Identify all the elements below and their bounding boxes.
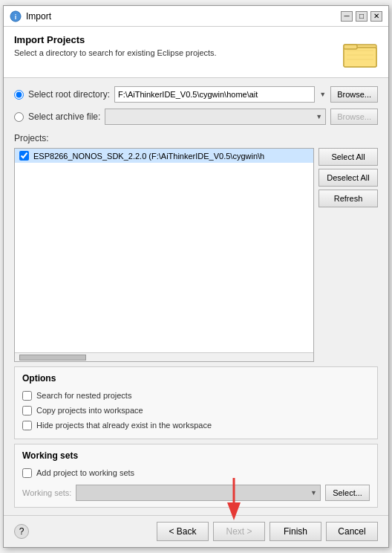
- horizontal-scrollbar[interactable]: [15, 352, 313, 361]
- select-working-sets-button[interactable]: Select...: [325, 485, 370, 501]
- svg-text:i: i: [15, 13, 17, 21]
- side-buttons: Select All Deselect All Refresh: [318, 148, 378, 362]
- copy-projects-row: Copy projects into workspace: [22, 403, 370, 418]
- projects-label: Projects:: [14, 133, 378, 143]
- copy-projects-label: Copy projects into workspace: [36, 406, 143, 415]
- archive-chevron-icon: ▼: [316, 113, 322, 120]
- scrollbar-thumb[interactable]: [19, 355, 86, 360]
- header-subtitle: Select a directory to search for existin…: [14, 48, 336, 57]
- archive-file-label: Select archive file:: [28, 111, 100, 122]
- close-button[interactable]: ✕: [370, 11, 382, 22]
- projects-area: ESP8266_NONOS_SDK_2.2.0 (F:\AiThinkerIDE…: [14, 148, 378, 362]
- root-directory-radio[interactable]: [14, 90, 24, 100]
- header-text: Import Projects Select a directory to se…: [14, 34, 336, 57]
- add-working-sets-label: Add project to working sets: [36, 468, 134, 477]
- footer: ? < Back Next > Finish Cancel: [4, 515, 388, 547]
- add-working-sets-checkbox[interactable]: [22, 468, 32, 478]
- window-controls: ─ □ ✕: [341, 11, 382, 22]
- hide-existing-checkbox[interactable]: [22, 421, 32, 430]
- archive-file-radio[interactable]: [14, 112, 24, 122]
- archive-file-row: Select archive file: ▼ Browse...: [14, 108, 378, 126]
- hide-existing-row: Hide projects that already exist in the …: [22, 418, 370, 433]
- project-item-text: ESP8266_NONOS_SDK_2.2.0 (F:\AiThinkerIDE…: [33, 152, 264, 161]
- dropdown-arrow-icon: ▼: [319, 91, 326, 98]
- root-directory-input[interactable]: [114, 86, 315, 103]
- svg-rect-4: [344, 45, 357, 49]
- help-button[interactable]: ?: [14, 524, 29, 539]
- options-section: Options Search for nested projects Copy …: [14, 366, 378, 439]
- select-all-button[interactable]: Select All: [318, 148, 378, 166]
- working-sets-title: Working sets: [22, 450, 370, 461]
- root-browse-button[interactable]: Browse...: [330, 86, 378, 103]
- main-body: Select root directory: ▼ Browse... Selec…: [4, 78, 388, 515]
- app-icon: i: [10, 10, 22, 22]
- working-sets-section: Working sets Add project to working sets…: [14, 444, 378, 508]
- search-nested-row: Search for nested projects: [22, 388, 370, 403]
- finish-button[interactable]: Finish: [270, 522, 321, 541]
- deselect-all-button[interactable]: Deselect All: [318, 169, 378, 187]
- title-bar: i Import ─ □ ✕: [4, 6, 388, 27]
- back-button[interactable]: < Back: [157, 522, 209, 541]
- import-dialog: i Import ─ □ ✕ Import Projects Select a …: [3, 5, 389, 548]
- next-button[interactable]: Next >: [213, 522, 265, 541]
- archive-browse-button[interactable]: Browse...: [330, 109, 378, 125]
- refresh-button[interactable]: Refresh: [318, 190, 378, 207]
- working-sets-label: Working sets:: [22, 488, 71, 497]
- minimize-button[interactable]: ─: [341, 11, 353, 22]
- working-sets-dropdown[interactable]: ▼: [76, 485, 321, 501]
- window-title: Import: [26, 11, 341, 22]
- header-section: Import Projects Select a directory to se…: [4, 27, 388, 78]
- search-nested-checkbox[interactable]: [22, 391, 32, 401]
- project-checkbox[interactable]: [19, 151, 29, 161]
- bottom-area: ? < Back Next > Finish Cancel: [4, 515, 388, 547]
- working-sets-input-row: Working sets: ▼ Select...: [22, 485, 370, 501]
- header-title: Import Projects: [14, 34, 336, 45]
- projects-list[interactable]: ESP8266_NONOS_SDK_2.2.0 (F:\AiThinkerIDE…: [15, 149, 313, 352]
- projects-list-wrapper: ESP8266_NONOS_SDK_2.2.0 (F:\AiThinkerIDE…: [14, 148, 314, 362]
- hide-existing-label: Hide projects that already exist in the …: [36, 421, 212, 430]
- cancel-button[interactable]: Cancel: [326, 522, 378, 541]
- folder-icon: [342, 34, 378, 70]
- options-title: Options: [22, 373, 370, 384]
- copy-projects-checkbox[interactable]: [22, 406, 32, 415]
- add-to-working-sets-row: Add project to working sets: [22, 465, 370, 480]
- maximize-button[interactable]: □: [356, 11, 368, 22]
- table-row[interactable]: ESP8266_NONOS_SDK_2.2.0 (F:\AiThinkerIDE…: [15, 149, 313, 163]
- search-nested-label: Search for nested projects: [36, 391, 131, 400]
- root-directory-label: Select root directory:: [28, 89, 110, 100]
- root-directory-row: Select root directory: ▼ Browse...: [14, 85, 378, 103]
- archive-dropdown[interactable]: ▼: [105, 109, 326, 125]
- ws-chevron-icon: ▼: [310, 489, 317, 497]
